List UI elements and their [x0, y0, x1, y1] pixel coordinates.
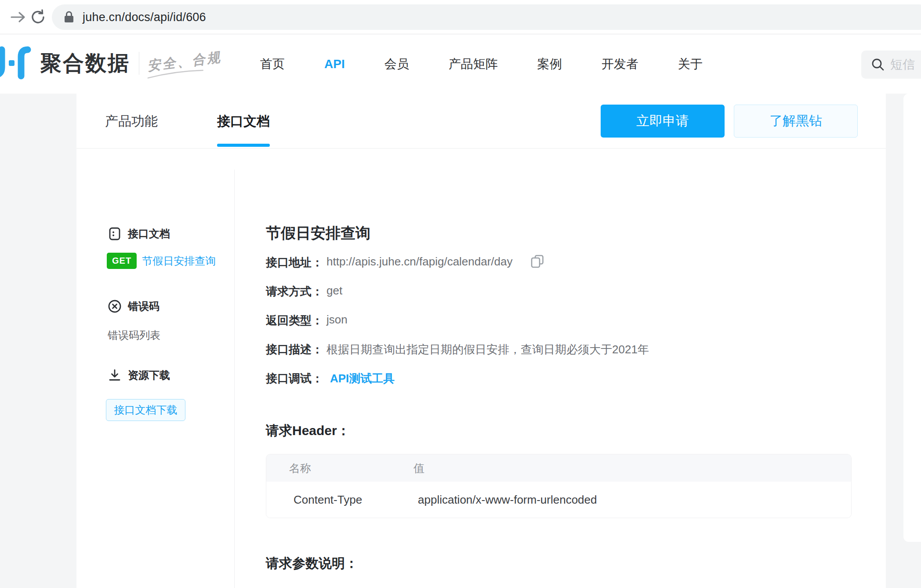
nav-product-matrix[interactable]: 产品矩阵 [449, 56, 498, 73]
site-header: 聚合数据 安全、合规 首页 API 会员 产品矩阵 案例 开发者 关于 短信 [0, 35, 921, 94]
juhe-logo[interactable]: 聚合数据 安全、合规 [0, 44, 222, 82]
sidebar-section-downloads: 资源下载 [108, 368, 170, 382]
return-type-value: json [326, 313, 348, 327]
get-method-badge: GET [107, 253, 137, 269]
sidebar-section-api-docs: 接口文档 [108, 227, 170, 241]
card-body: 接口文档 GET 节假日安排查询 错误码 错误码列表 [76, 149, 886, 588]
search-placeholder: 短信 [890, 56, 915, 73]
content-card: 产品功能 接口文档 立即申请 了解黑钻 接口文档 [76, 94, 886, 588]
request-header-heading: 请求Header： [266, 422, 350, 440]
url-bar[interactable]: juhe.cn/docs/api/id/606 [52, 4, 921, 30]
download-icon [108, 368, 122, 382]
meta-row-debug: 接口调试： API测试工具 [266, 371, 649, 400]
download-doc-button[interactable]: 接口文档下载 [106, 399, 185, 421]
tab-row: 产品功能 接口文档 立即申请 了解黑钻 [76, 94, 886, 149]
header-value-cell: application/x-www-form-urlencoded [391, 493, 851, 507]
lock-icon [63, 11, 75, 24]
juhe-logo-icon [0, 44, 40, 82]
logo-tagline: 安全、合规 [146, 48, 223, 75]
tab-product-features[interactable]: 产品功能 [105, 94, 158, 149]
api-url-value: http://apis.juhe.cn/fapig/calendar/day [326, 255, 513, 269]
logo-text: 聚合数据 [40, 49, 130, 77]
sidebar-section-error-codes: 错误码 [108, 299, 160, 313]
document-icon [108, 227, 122, 241]
sidebar: 接口文档 GET 节假日安排查询 错误码 错误码列表 [76, 149, 235, 588]
nav-member[interactable]: 会员 [384, 56, 409, 73]
sidebar-item-error-code-list[interactable]: 错误码列表 [108, 328, 160, 342]
api-test-tool-link[interactable]: API测试工具 [330, 371, 395, 386]
apply-now-button[interactable]: 立即申请 [601, 105, 725, 138]
main-content: 节假日安排查询 接口地址： http://apis.juhe.cn/fapig/… [235, 149, 886, 588]
screenshot-root: juhe.cn/docs/api/id/606 聚合数据 安全、合规 首页 AP… [0, 0, 921, 588]
sidebar-api-link[interactable]: 节假日安排查询 [142, 254, 216, 268]
main-nav: 首页 API 会员 产品矩阵 案例 开发者 关于 [260, 35, 703, 94]
request-header-table: 名称 值 Content-Type application/x-www-form… [266, 454, 852, 518]
meta-row-description: 接口描述： 根据日期查询出指定日期的假日安排，查询日期必须大于2021年 [266, 342, 649, 371]
copy-icon[interactable] [529, 254, 545, 269]
sidebar-item-holiday-api[interactable]: GET 节假日安排查询 [107, 253, 216, 269]
description-value: 根据日期查询出指定日期的假日安排，查询日期必须大于2021年 [326, 342, 649, 357]
learn-black-diamond-button[interactable]: 了解黑钻 [734, 105, 858, 138]
page-background: 产品功能 接口文档 立即申请 了解黑钻 接口文档 [0, 94, 921, 588]
meta-row-return-type: 返回类型： json [266, 313, 649, 342]
table-row: Content-Type application/x-www-form-urle… [266, 482, 851, 518]
reload-icon[interactable] [30, 9, 47, 25]
request-params-heading: 请求参数说明： [266, 555, 358, 573]
search-icon [871, 58, 885, 72]
tab-api-docs[interactable]: 接口文档 [217, 94, 270, 149]
floating-widget-panel [903, 94, 921, 542]
meta-row-url: 接口地址： http://apis.juhe.cn/fapig/calendar… [266, 255, 649, 284]
nav-about[interactable]: 关于 [678, 56, 703, 73]
nav-developer[interactable]: 开发者 [602, 56, 638, 73]
api-meta: 接口地址： http://apis.juhe.cn/fapig/calendar… [266, 255, 649, 400]
method-value: get [326, 284, 342, 298]
search-box[interactable]: 短信 [861, 51, 921, 79]
browser-chrome: juhe.cn/docs/api/id/606 [0, 0, 921, 34]
nav-home[interactable]: 首页 [260, 56, 285, 73]
error-icon [108, 299, 122, 313]
nav-cases[interactable]: 案例 [537, 56, 562, 73]
meta-row-method: 请求方式： get [266, 284, 649, 313]
api-title: 节假日安排查询 [266, 223, 370, 243]
logo-divider [139, 52, 139, 75]
table-header-row: 名称 值 [266, 454, 851, 482]
header-name-cell: Content-Type [266, 493, 391, 507]
url-text: juhe.cn/docs/api/id/606 [83, 11, 206, 24]
nav-api[interactable]: API [324, 57, 345, 71]
forward-icon[interactable] [10, 9, 26, 25]
